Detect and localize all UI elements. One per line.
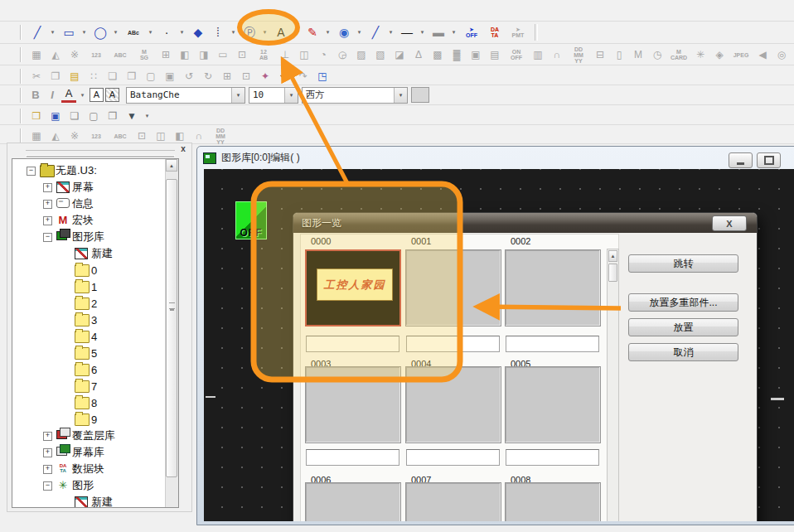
close-icon[interactable]: x [178,144,188,154]
dot-tool-icon[interactable]: · [157,24,176,41]
font-tool-icon[interactable]: A [272,24,290,41]
tree-item-3[interactable]: 3 [12,312,166,328]
cell-name-field-0000[interactable] [306,336,399,352]
tree-item-8[interactable]: 8 [12,394,166,411]
tree-item-屏幕[interactable]: +屏幕 [12,179,166,196]
tree-item-9[interactable]: 9 [12,411,166,428]
date-quick-part-icon[interactable]: DDMMYY [210,128,231,144]
rotate-right-button-icon[interactable]: ↻ [200,68,216,85]
pie-graph-part-icon[interactable]: ◔ [315,46,332,63]
toolbar-grip[interactable] [20,88,23,103]
graphic-cell-0001[interactable] [405,249,501,326]
cancel-button[interactable]: 取消 [628,343,738,361]
table-display-part-icon[interactable]: ⊞ [157,46,174,63]
panel-drag-grip[interactable] [26,150,175,156]
filled-rect-tool-icon[interactable]: ▬ [429,24,448,41]
pin-button-icon[interactable]: ✦ [257,68,274,85]
hatch-pattern-4-icon[interactable]: ▓ [448,46,465,63]
stamp-button-icon[interactable]: ▼ [123,108,140,124]
screen-jump-button-icon[interactable]: ❐ [104,108,121,124]
word-part-icon[interactable]: ◧ [177,46,193,63]
sample-flask-part-icon[interactable]: Δ [410,46,427,63]
handy-panel-part-icon[interactable]: ▯ [611,46,627,63]
line-width-tool-icon[interactable]: — [398,24,416,41]
char-display-part-icon[interactable]: 12AB [253,46,274,63]
cell-name-field-0002[interactable] [506,336,599,352]
palette-tool-icon[interactable]: ◉ [335,24,353,41]
vertex-points-tool-icon[interactable]: ⁞ [209,24,227,41]
macro-part-icon[interactable]: M [630,46,646,63]
line-style-tool-icon[interactable]: ╱ [366,24,385,41]
font-size-select[interactable]: 10 ▾ [249,87,298,104]
screen-property-button-icon[interactable]: ▢ [85,108,102,124]
bar-graph-quick-part-icon[interactable]: ◫ [153,128,169,144]
rectangle-tool-dropdown[interactable]: ▾ [80,29,89,36]
bar-graph-part-icon[interactable]: ◫ [296,46,312,63]
dialog-scrollbar[interactable]: ▲ [607,249,619,521]
tree-scrollbar[interactable]: ▲ [165,159,178,507]
graphic-cell-0007[interactable] [405,482,501,521]
tree-item-数据块[interactable]: +DATA数据块 [12,461,166,477]
onoff-cursor-tool-icon[interactable]: ➤OFF [461,24,482,41]
speaker-part-icon[interactable]: ◀ [754,46,771,63]
keypad-quick-part-icon[interactable]: ⊡ [133,128,150,144]
tree-item-新建[interactable]: 新建 [12,494,166,508]
dialog-titlebar[interactable]: 图形一览 [293,213,757,233]
collapse-icon[interactable]: − [43,233,52,242]
text-style-button[interactable] [411,87,429,103]
tree-item-覆盖层库[interactable]: +覆盖层库 [12,428,166,444]
keypad-part-icon[interactable]: ⊡ [234,46,250,63]
pmt-tool-icon[interactable]: ➤PMT [507,24,529,41]
group-button-icon[interactable]: ∷ [85,68,102,85]
data-view-tool-icon[interactable]: DATA [484,24,506,41]
palette-tool-dropdown[interactable]: ▾ [355,29,364,36]
editor-window-titlebar[interactable]: 图形库[0:0]编辑( ) [197,147,794,169]
trend-graph-part-icon[interactable]: ◪ [391,46,408,63]
cut-button-icon[interactable]: ✂ [28,68,45,85]
part-chip-2-icon[interactable]: ▤ [487,46,503,63]
tree-item-1[interactable]: 1 [12,278,166,295]
webcam-part-icon[interactable]: ◎ [773,46,790,63]
graphic-cell-0004[interactable] [405,366,501,443]
line-tool-dropdown[interactable]: ▾ [48,29,57,36]
part-chip-3-icon[interactable]: ▥ [530,46,546,63]
cell-name-field-0004[interactable] [406,449,500,466]
redo-button-icon[interactable]: ↷ [295,68,312,85]
toolbar-grip[interactable] [20,128,23,143]
numeric-quick-part-icon[interactable]: 123 [85,128,107,144]
numeric-display-part-icon[interactable]: 123 [85,46,107,63]
calendar-part-icon[interactable]: ⊟ [592,46,608,63]
expand-icon[interactable]: + [43,448,52,457]
parts-tool-icon[interactable]: Ⓟ [240,24,259,41]
expand-icon[interactable]: + [43,183,52,192]
comment-part-icon[interactable]: ▭ [215,46,231,63]
text-tool-dropdown[interactable]: ▾ [146,29,155,36]
tile-pattern-2-button-icon[interactable]: ⊡ [238,68,254,85]
place-button[interactable]: 放置 [628,318,738,336]
tile-pattern-1-button-icon[interactable]: ⊞ [219,68,235,85]
screen-copy-button-icon[interactable]: ❏ [66,108,83,124]
cell-name-field-0001[interactable] [406,336,500,352]
tree-item-0[interactable]: 0 [12,262,166,278]
text-display-part-icon[interactable]: ABC [109,46,131,63]
text-tool-icon[interactable]: ABc [123,24,144,41]
rotate-left-button-icon[interactable]: ↺ [181,68,197,85]
italic-button[interactable]: I [45,88,60,103]
cell-name-field-0005[interactable] [506,449,599,466]
parts-tool-dropdown[interactable]: ▾ [260,29,269,36]
stamp-button-dropdown[interactable]: ▾ [143,113,152,119]
font-color-dropdown[interactable]: ▾ [78,92,87,99]
chevron-down-icon[interactable]: ▾ [231,88,244,103]
expand-icon[interactable]: + [43,465,52,474]
font-name-select[interactable]: BatangChe ▾ [126,87,245,104]
send-back-button-icon[interactable]: ❐ [123,68,140,85]
collapse-icon[interactable]: − [43,481,52,491]
graphic-cell-0008[interactable] [505,482,601,521]
part-quick-chip-icon[interactable]: ◧ [172,128,188,144]
frame-select-button-icon[interactable]: ▢ [143,68,159,85]
toolbar-grip[interactable] [20,69,23,84]
line-style-tool-dropdown[interactable]: ▾ [386,29,395,36]
save-file-button-icon[interactable]: ▣ [47,108,64,124]
minimize-button[interactable] [729,152,753,168]
pen-tool-icon[interactable]: ✎ [303,24,322,41]
